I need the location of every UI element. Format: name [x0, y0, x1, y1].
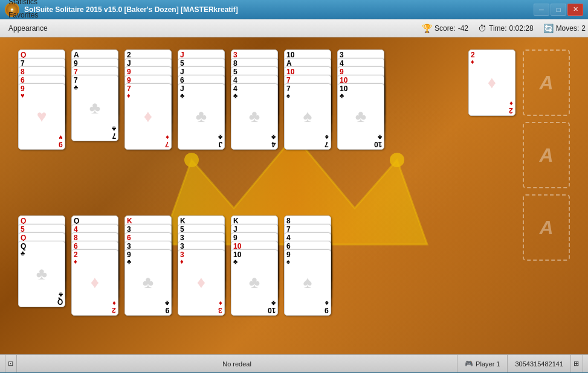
card-9♠[interactable]: 9♠9♠♠ — [284, 249, 331, 316]
player-display: 🎮 Player 1 — [457, 355, 508, 372]
status-bar: ⊡ No redeal 🎮 Player 1 3054315482141 ⊞ — [0, 354, 588, 372]
top-pile-3: J♦J♦♦5♠5♠♠J♠J♠♠6♠6♠♠J♣J♣♣ — [178, 49, 226, 155]
score-label: Score: — [435, 24, 456, 33]
svg-point-2 — [390, 153, 404, 167]
card-9♣[interactable]: 9♣9♣♣ — [124, 249, 172, 316]
top-pile-1: A♠A♠♠9♠9♠♠7♦7♦♦7♣7♣♣ — [71, 49, 120, 145]
card-2♦[interactable]: 2♦2♦♦ — [468, 49, 515, 116]
bottom-pile-4: K♠K♠♠J♠J♠♠9♠9♠♠10♥10♥♥10♣10♣♣ — [231, 215, 279, 325]
redeal-text: No redeal — [222, 360, 251, 368]
single-card-area: 2♦2♦♦ — [468, 49, 515, 116]
foundation-area: AAA — [523, 49, 570, 261]
bottom-pile-2: K♦K♦♦3♠3♠♠6♦6♦♦3♣3♣♣9♣9♣♣ — [124, 215, 173, 325]
card-10♣[interactable]: 10♣10♣♣ — [337, 83, 384, 150]
foundation-pile-1[interactable]: A — [523, 122, 570, 188]
player-icon: 🎮 — [465, 360, 473, 368]
top-pile-5: 10♠10♠♠A♠A♠♠10♥10♥♥7♥7♥♥7♠7♠♠ — [284, 49, 332, 155]
resize-handle-left: ⊡ — [5, 355, 17, 372]
close-button[interactable]: ✕ — [567, 4, 583, 16]
bottom-pile-1: Q♣Q♣♣4♦4♦♦8♦8♦♦6♦6♦♦2♦2♦♦ — [71, 215, 120, 325]
score-value: -42 — [458, 24, 468, 33]
time-label: Time: — [489, 24, 507, 33]
moves-value: 2 — [581, 24, 586, 33]
card-7♣[interactable]: 7♣7♣♣ — [71, 75, 118, 141]
card-J♣[interactable]: J♣J♣♣ — [178, 83, 225, 150]
card-3♦[interactable]: 3♦3♦♦ — [178, 249, 225, 316]
top-pile-2: 2♠2♠♠J♠J♠♠9♥9♥♥9♦9♦♦7♦7♦♦ — [124, 49, 173, 155]
redeal-status: No redeal — [17, 355, 457, 372]
time-display: ⏱ Time: 0:02:28 — [478, 24, 534, 33]
time-icon: ⏱ — [478, 24, 486, 33]
top-row-cards: Q♥Q♥♥7♠7♠♠8♥8♥♥6♥6♥♥9♥9♥♥A♠A♠♠9♠9♠♠7♦7♦♦… — [18, 49, 386, 155]
card-4♣[interactable]: 4♣4♣♣ — [231, 83, 278, 150]
title-text: SolSuite Solitaire 2015 v15.0 [Baker's D… — [24, 5, 238, 14]
bottom-pile-3: K♣K♣♣5♣5♣♣3♣3♣♣3♠3♠♠3♦3♦♦ — [178, 215, 226, 325]
player-name: Player 1 — [476, 360, 500, 368]
game-area: Q♥Q♥♥7♠7♠♠8♥8♥♥6♥6♥♥9♥9♥♥A♠A♠♠9♠9♠♠7♦7♦♦… — [0, 37, 588, 354]
moves-display: 🔄 Moves: 2 — [543, 24, 586, 33]
foundation-pile-2[interactable]: A — [523, 194, 570, 261]
time-value: 0:02:28 — [509, 24, 534, 33]
moves-label: Moves: — [556, 24, 580, 33]
top-pile-4: 3♥3♥♥8♠8♠♠5♠5♠♠4♣4♣♣4♣4♣♣ — [231, 49, 279, 155]
minimize-button[interactable]: ─ — [534, 4, 549, 16]
menu-item-favorites[interactable]: Favorites — [2, 8, 54, 22]
bottom-pile-5: 8♠8♠♠7♠7♠♠4♣4♣♣6♠6♠♠9♠9♠♠ — [284, 215, 332, 325]
bottom-pile-0: Q♥Q♥♥5♥5♥♥Q♥Q♥♥Q♣Q♣♣ — [18, 215, 66, 314]
foundation-pile-0[interactable]: A — [523, 49, 570, 116]
resize-handle-right: ⊞ — [571, 355, 583, 372]
card-Q♣[interactable]: Q♣Q♣♣ — [18, 241, 65, 307]
menu-bar: GameStatisticsFavoritesAppearanceHintsTo… — [0, 19, 588, 37]
score-display: 🏆 Score: -42 — [422, 24, 468, 33]
seed-value: 3054315482141 — [515, 360, 563, 368]
window-controls: ─ □ ✕ — [534, 4, 583, 16]
bottom-row-cards: Q♥Q♥♥5♥5♥♥Q♥Q♥♥Q♣Q♣♣Q♣Q♣♣4♦4♦♦8♦8♦♦6♦6♦♦… — [18, 215, 332, 325]
menu-item-statistics[interactable]: Statistics — [2, 0, 54, 8]
moves-icon: 🔄 — [543, 24, 554, 33]
menu-item-appearance[interactable]: Appearance — [2, 22, 54, 35]
card-9♥[interactable]: 9♥9♥♥ — [18, 83, 65, 150]
seed-display: 3054315482141 — [508, 355, 571, 372]
svg-point-0 — [184, 153, 199, 167]
maximize-button[interactable]: □ — [551, 4, 566, 16]
top-pile-6: 3♣3♣♣4♠4♠♠9♦9♦♦10♦10♦♦10♣10♣♣ — [337, 49, 386, 155]
card-7♦[interactable]: 7♦7♦♦ — [124, 83, 172, 150]
score-icon: 🏆 — [422, 24, 432, 33]
menu-right: 🏆 Score: -42 ⏱ Time: 0:02:28 🔄 Moves: 2 — [422, 24, 586, 33]
card-2♦[interactable]: 2♦2♦♦ — [71, 249, 118, 316]
top-pile-0: Q♥Q♥♥7♠7♠♠8♥8♥♥6♥6♥♥9♥9♥♥ — [18, 49, 66, 155]
card-7♠[interactable]: 7♠7♠♠ — [284, 83, 331, 150]
card-10♣[interactable]: 10♣10♣♣ — [231, 249, 278, 316]
title-bar: ♠ SolSuite Solitaire 2015 v15.0 [Baker's… — [0, 0, 588, 19]
